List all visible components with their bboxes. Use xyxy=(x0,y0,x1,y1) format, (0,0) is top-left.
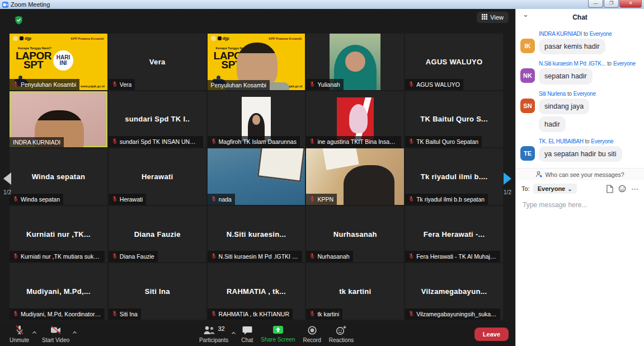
file-icon[interactable] xyxy=(606,185,613,193)
message-to-word: to xyxy=(584,31,588,37)
view-button[interactable]: View xyxy=(477,12,509,23)
tile-label-text: ine agustina TKIT Bina Insani Sukam... xyxy=(317,138,398,145)
more-options-icon[interactable]: ⋯ xyxy=(631,185,638,193)
recipient-value: Everyone xyxy=(538,185,566,192)
participant-tile[interactable]: nada xyxy=(208,148,305,205)
participant-tile[interactable]: djp KPP Pratama Kosambi Kenapa Tunggu Na… xyxy=(208,34,305,90)
recipient-select[interactable]: Everyone ⌄ xyxy=(533,184,577,194)
chevron-down-icon: ⌄ xyxy=(567,186,572,192)
participant-tile[interactable]: Magfiroh TK Islam Daarunnas xyxy=(208,91,305,148)
mic-muted-icon xyxy=(13,253,18,260)
participant-tile[interactable]: Yulianah xyxy=(306,34,404,90)
chevron-down-icon[interactable]: ⌄ xyxy=(523,10,529,18)
message-header: TK. EL HUBAIBAHtoEveryone xyxy=(539,138,640,144)
reactions-label: Reactions xyxy=(329,337,354,343)
chat-message-list[interactable]: INDRA KURNIADItoEveryone IK pasar kemis … xyxy=(516,26,644,168)
tile-name-label: Vera xyxy=(109,79,135,90)
participant-tile[interactable]: ine agustina TKIT Bina Insani Sukam... xyxy=(306,91,404,148)
participant-tile[interactable]: N.Siti kuraesin... N.Siti kuraesin M Pd … xyxy=(208,206,305,263)
start-video-button[interactable]: Start Video xyxy=(38,323,73,345)
reactions-button[interactable]: Reactions xyxy=(325,324,358,345)
message-recipient: Everyone xyxy=(574,91,596,97)
unmute-options-caret[interactable] xyxy=(31,323,38,340)
mic-muted-icon xyxy=(211,195,217,203)
maximize-button[interactable]: ❐ xyxy=(604,0,619,8)
participant-tile[interactable]: Siti Ina Siti Ina xyxy=(109,263,206,320)
participants-icon xyxy=(203,325,216,336)
chat-label: Chat xyxy=(241,337,253,343)
message-input[interactable]: Type message here... xyxy=(516,197,644,346)
avatar: TE xyxy=(520,146,535,161)
record-button[interactable]: Record xyxy=(299,324,325,345)
participant-tile[interactable]: TK Baitul Quro S... TK Baitul Quro Sepat… xyxy=(405,91,503,148)
tile-name-label: Penyuluhan Kosambi xyxy=(208,80,270,90)
security-shield-icon[interactable] xyxy=(15,16,23,27)
participant-tile[interactable]: KPPN xyxy=(306,148,404,205)
participant-tile[interactable]: Mudiyani, M.Pd,... Mudiyani, M.Pd, Koord… xyxy=(10,263,107,320)
participant-tile[interactable]: tk kartini tk kartini xyxy=(306,263,404,320)
tile-label-text: Siti Ina xyxy=(120,311,138,317)
participant-tile[interactable]: Winda sepatan Winda sepatan xyxy=(10,148,107,205)
privacy-note[interactable]: Who can see your messages? xyxy=(516,168,644,180)
poster-badge: HARI INI xyxy=(53,50,73,71)
mic-muted-icon xyxy=(211,253,217,260)
participant-tile[interactable]: Tk riyadul ilmi b.... Tk riyadul ilmi b.… xyxy=(405,148,503,205)
share-screen-label: Share Screen xyxy=(261,336,295,343)
prev-page-button[interactable]: 1/2 xyxy=(1,172,13,195)
chat-header: ⌄ Chat xyxy=(516,9,644,26)
participant-tile[interactable]: sundari Spd TK I.. sundari Spd TK INSAN … xyxy=(109,91,206,148)
mic-muted-icon xyxy=(408,81,414,88)
participant-tile[interactable]: INDRA KURNIADI xyxy=(10,91,107,148)
tile-name-label: Siti Ina xyxy=(109,308,141,320)
participant-tile[interactable]: Herawati Herawati xyxy=(109,148,206,205)
mic-muted-icon xyxy=(309,81,315,88)
message-bubble: sepatan hadir xyxy=(539,68,593,84)
message-recipient: Everyone xyxy=(613,60,636,67)
page-indicator: 1/2 xyxy=(504,189,511,195)
emoji-icon[interactable] xyxy=(618,185,626,193)
mic-muted-icon xyxy=(211,138,217,146)
leave-button[interactable]: Leave xyxy=(474,328,509,341)
participant-tile[interactable]: Fera Herawati -... Fera Herawati - TK Al… xyxy=(405,206,503,263)
participant-tile[interactable]: Nurhasanah Nurhasanah xyxy=(306,206,404,263)
meeting-area: View djp KPP Pratama Kosambi Kenapa Tung… xyxy=(0,9,515,346)
message-bubble: ya sepatan hadir bu siti xyxy=(539,146,622,162)
tile-label-text: Vilzamegabayuningsih_sukadiri_sep... xyxy=(416,311,497,317)
start-video-options-caret[interactable] xyxy=(71,323,78,340)
chat-button[interactable]: Chat xyxy=(237,324,257,345)
avatar: NK xyxy=(520,68,535,83)
participants-options-caret[interactable] xyxy=(230,324,237,341)
minimize-button[interactable]: — xyxy=(588,0,603,8)
tile-name-label: Herawati xyxy=(109,194,146,205)
message-sender: N.Siti kuraesin M Pd .IGTK... xyxy=(539,60,605,67)
tile-name-label: N.Siti kuraesin M Pd .IGTKI Kab Tan... xyxy=(208,251,303,262)
close-button[interactable]: ✕ xyxy=(619,0,642,8)
message-bubble: hadir xyxy=(539,116,566,132)
tile-label-text: AGUS WALUYO xyxy=(416,81,460,88)
tile-name-label: tk kartini xyxy=(306,308,342,320)
mic-muted-icon xyxy=(13,310,18,318)
participant-tile[interactable]: RAHMATIA , tk... RAHMATIA , tk KHTIANUR xyxy=(208,263,305,320)
message-bubble: pasar kemis hadir xyxy=(539,39,605,54)
tile-name-label: ine agustina TKIT Bina Insani Sukam... xyxy=(306,136,401,147)
unmute-button[interactable]: Unmute xyxy=(6,323,33,345)
message-bubbles: sepatan hadir xyxy=(539,68,640,86)
participant-tile[interactable]: Kurniati nur ,TK... Kurniati nur ,TK mut… xyxy=(10,206,107,263)
participant-video xyxy=(242,97,271,142)
message-sender: TK. EL HUBAIBAH xyxy=(539,138,584,144)
tile-label-text: tk kartini xyxy=(317,311,339,317)
mic-muted-icon xyxy=(112,195,117,203)
next-page-button[interactable]: 1/2 xyxy=(501,172,514,195)
participants-button[interactable]: 32 Participants xyxy=(195,324,232,345)
participant-tile[interactable]: djp KPP Pratama Kosambi Kenapa Tunggu Na… xyxy=(10,34,107,90)
participant-tile[interactable]: Vera Vera xyxy=(109,34,206,90)
mic-muted-icon xyxy=(309,195,315,203)
share-screen-button[interactable]: Share Screen xyxy=(257,324,299,344)
participant-tile[interactable]: AGUS WALUYO AGUS WALUYO xyxy=(405,34,503,90)
participant-tile[interactable]: Diana Fauzie Diana Fauzie xyxy=(109,206,206,263)
chat-panel: ⌄ Chat INDRA KURNIADItoEveryone IK pasar… xyxy=(515,9,644,346)
tile-label-text: Winda sepatan xyxy=(21,196,60,203)
privacy-note-text: Who can see your messages? xyxy=(545,171,624,178)
tile-label-text: nada xyxy=(219,196,232,203)
participant-tile[interactable]: Vilzamegabayun... Vilzamegabayuningsih_s… xyxy=(405,263,503,320)
